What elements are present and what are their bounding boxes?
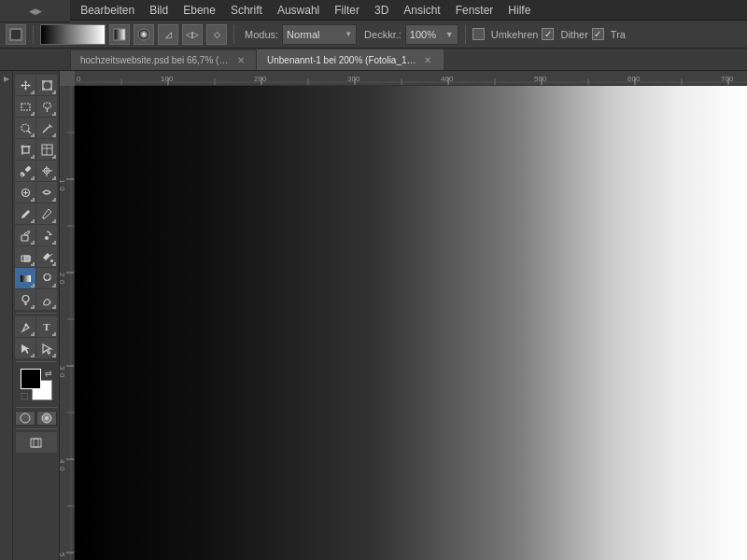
- menu-fenster[interactable]: Fenster: [449, 2, 500, 19]
- type-tool[interactable]: T: [36, 316, 57, 337]
- gradient-style-linear[interactable]: [109, 24, 130, 45]
- menu-3d[interactable]: 3D: [368, 2, 395, 19]
- svg-text:1: 1: [60, 179, 66, 184]
- svg-line-34: [43, 217, 44, 218]
- gradient-style-reflected[interactable]: ◁▷: [182, 24, 203, 45]
- screen-mode-btn[interactable]: [16, 432, 57, 453]
- svg-rect-53: [34, 439, 38, 447]
- tool-preset-picker[interactable]: [6, 24, 26, 45]
- tab-close-2[interactable]: ✕: [422, 55, 433, 65]
- menu-bar: Ps Datei Bearbeiten Bild Ebene Schrift A…: [0, 0, 747, 21]
- main-area: ▶: [0, 71, 747, 560]
- artboard-tool[interactable]: [36, 75, 57, 95]
- modus-dropdown-arrow: ▼: [345, 30, 352, 38]
- panel-toggle-icon[interactable]: ▶: [4, 75, 9, 83]
- umkehren-checkbox[interactable]: [472, 28, 485, 40]
- brush-tool[interactable]: [15, 203, 35, 224]
- marquee-rect-tool[interactable]: [15, 96, 35, 117]
- quick-select-tool[interactable]: [15, 118, 35, 138]
- tool-row-move: [15, 75, 57, 95]
- svg-text:5: 5: [60, 553, 66, 557]
- eyedropper-tool[interactable]: [15, 161, 35, 181]
- modus-value: Normal: [287, 29, 319, 40]
- pen-tool[interactable]: [15, 316, 35, 337]
- canvas-area: 0 100 200 300 400 500: [60, 71, 747, 560]
- pencil-tool[interactable]: [36, 203, 57, 224]
- move-tool[interactable]: [15, 75, 35, 95]
- history-brush-tool[interactable]: [36, 225, 57, 245]
- svg-text:3: 3: [60, 366, 66, 371]
- paint-bucket-tool[interactable]: [36, 246, 57, 267]
- dither-checkbox-wrap[interactable]: Dither: [542, 28, 587, 40]
- magic-wand-tool[interactable]: [36, 118, 57, 138]
- gradient-preview[interactable]: [40, 24, 106, 45]
- vertical-ruler: 1 0 2 0 3 0 4 0 5 0: [60, 86, 75, 560]
- menu-schrift[interactable]: Schrift: [224, 2, 269, 19]
- modus-label: Modus:: [245, 29, 278, 40]
- svg-text:0: 0: [60, 467, 66, 471]
- svg-text:2: 2: [60, 273, 66, 277]
- transparenz-checkbox[interactable]: [592, 28, 604, 40]
- deckraft-arrow: ▼: [445, 30, 454, 39]
- clone-stamp-tool[interactable]: [15, 225, 35, 245]
- dither-label: Dither: [560, 29, 587, 40]
- tab-hochzeitswebsite[interactable]: hochzeitswebsite.psd bei 66,7% (Fotolia_…: [70, 49, 257, 70]
- menu-filter[interactable]: Filter: [328, 2, 366, 19]
- dither-checkbox[interactable]: [542, 28, 554, 40]
- gradient-style-diamond[interactable]: ◇: [206, 24, 227, 45]
- transparenz-checkbox-wrap[interactable]: Tra: [592, 28, 626, 40]
- toolbar-separator-4: [16, 428, 57, 429]
- svg-line-40: [50, 254, 52, 256]
- color-sampler-tool[interactable]: [36, 161, 57, 181]
- svg-rect-35: [21, 235, 28, 241]
- lasso-tool[interactable]: [36, 96, 57, 117]
- svg-rect-2: [114, 29, 125, 40]
- tab-unbenannt[interactable]: Unbenannt-1 bei 200% (Fotolia_13230381_M…: [257, 49, 444, 70]
- svg-rect-42: [21, 275, 31, 282]
- blur-tool[interactable]: [36, 268, 57, 288]
- gradient-style-angle[interactable]: ◿: [158, 24, 178, 45]
- dodge-tool[interactable]: [15, 289, 35, 310]
- svg-point-11: [43, 103, 50, 108]
- swap-colors-icon[interactable]: ⇄: [45, 369, 52, 378]
- menu-bearbeiten[interactable]: Bearbeiten: [74, 2, 141, 19]
- quick-mask-btn[interactable]: [36, 411, 57, 426]
- deckraft-input[interactable]: [410, 29, 445, 40]
- svg-rect-1: [11, 30, 21, 39]
- horizontal-ruler: 0 100 200 300 400 500: [75, 71, 747, 86]
- spot-healing-tool[interactable]: [15, 182, 35, 203]
- deckraft-input-wrap: ▼: [405, 24, 458, 45]
- gradient-style-radial[interactable]: [134, 24, 154, 45]
- modus-dropdown[interactable]: Normal ▼: [282, 24, 357, 45]
- tab-close-1[interactable]: ✕: [235, 55, 247, 65]
- umkehren-checkbox-wrap[interactable]: Umkehren: [472, 28, 539, 40]
- standard-mode-btn[interactable]: [15, 411, 35, 426]
- svg-marker-47: [21, 344, 30, 354]
- crop-tool[interactable]: [15, 139, 35, 160]
- menu-ebene[interactable]: Ebene: [176, 2, 222, 19]
- svg-text:0: 0: [60, 373, 66, 378]
- menu-auswahl[interactable]: Auswahl: [271, 2, 326, 19]
- tool-row-lasso: [15, 118, 57, 138]
- svg-point-49: [21, 413, 30, 423]
- panel-switcher: ◀▶: [0, 0, 70, 22]
- tool-row-gradient: [15, 268, 57, 288]
- menu-ansicht[interactable]: Ansicht: [397, 2, 446, 19]
- menu-bild[interactable]: Bild: [143, 2, 175, 19]
- svg-text:0: 0: [60, 187, 66, 191]
- slice-tool[interactable]: [36, 139, 57, 160]
- menu-hilfe[interactable]: Hilfe: [501, 2, 537, 19]
- gradient-tool[interactable]: [15, 268, 35, 288]
- direct-select-tool[interactable]: [36, 338, 57, 358]
- tool-row-marquee: [15, 96, 57, 117]
- umkehren-label: Umkehren: [491, 29, 539, 40]
- foreground-color-swatch[interactable]: [21, 369, 41, 389]
- eraser-tool[interactable]: [15, 246, 35, 267]
- path-select-tool[interactable]: [15, 338, 35, 358]
- svg-rect-52: [31, 439, 41, 447]
- reset-colors-icon[interactable]: ⬚: [21, 391, 29, 400]
- burn-tool[interactable]: [36, 289, 57, 310]
- svg-marker-36: [49, 233, 52, 235]
- patch-tool[interactable]: [36, 182, 57, 203]
- mode-buttons: [15, 411, 57, 426]
